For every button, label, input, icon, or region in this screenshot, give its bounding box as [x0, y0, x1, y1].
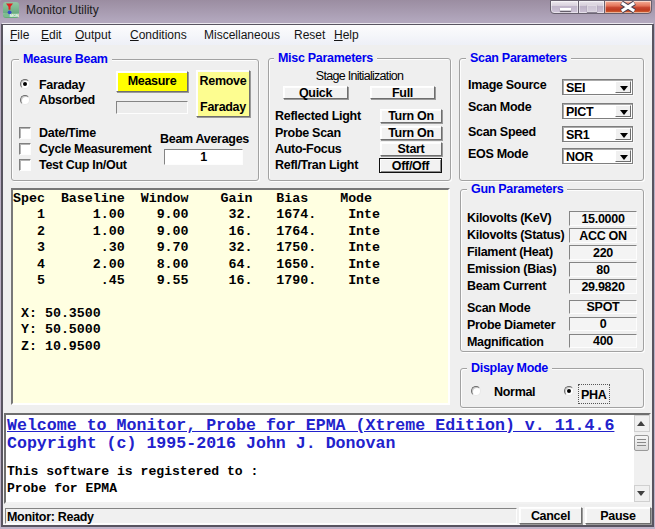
- svg-text:MON: MON: [10, 13, 19, 18]
